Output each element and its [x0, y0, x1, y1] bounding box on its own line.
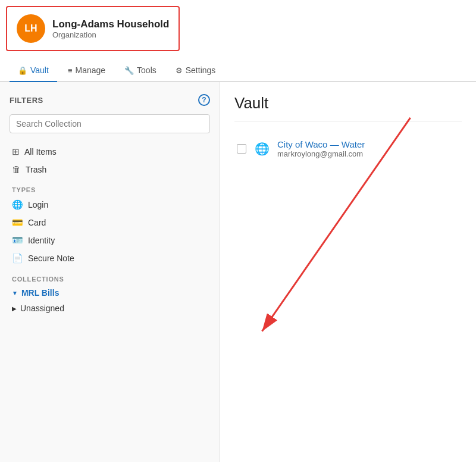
- vault-item-subtitle: markroylong@gmail.com: [277, 149, 365, 158]
- chevron-down-icon: ▼: [12, 290, 18, 296]
- all-items-label: All Items: [24, 147, 57, 157]
- identity-label: Identity: [28, 236, 55, 245]
- trash-icon: 🗑: [12, 164, 21, 174]
- filters-title: FILTERS: [10, 96, 43, 105]
- tab-vault-label: Vault: [30, 65, 49, 75]
- search-input[interactable]: [10, 114, 210, 133]
- lock-icon: 🔒: [18, 66, 27, 75]
- main-content: Vault 🌐 City of Waco — Water markroylong…: [220, 82, 476, 462]
- org-name: Long-Adams Household: [52, 18, 169, 30]
- vault-item: 🌐 City of Waco — Water markroylong@gmail…: [234, 133, 462, 164]
- tab-tools-label: Tools: [137, 65, 156, 75]
- chevron-right-icon: ▶: [12, 305, 17, 312]
- manage-icon: ≡: [68, 66, 73, 75]
- org-type: Organization: [52, 30, 169, 39]
- types-section: 🌐 Login 💳 Card 🪪 Identity 📄 Secure Note: [10, 196, 210, 267]
- tab-manage-label: Manage: [75, 65, 105, 75]
- card-icon: 💳: [12, 217, 23, 228]
- all-items-section: ⊞ All Items 🗑 Trash: [10, 143, 210, 178]
- collections-section: ▼ MRL Bills ▶ Unassigned: [10, 285, 210, 316]
- note-icon: 📄: [12, 253, 23, 264]
- grid-icon: ⊞: [12, 146, 20, 157]
- card-label: Card: [28, 218, 46, 227]
- tools-icon: 🔧: [124, 66, 134, 75]
- collection-mrl-bills[interactable]: ▼ MRL Bills: [10, 285, 210, 301]
- trash-label: Trash: [26, 165, 46, 174]
- help-icon[interactable]: ?: [198, 94, 210, 106]
- avatar: LH: [17, 14, 45, 43]
- search-input-wrap: [10, 114, 210, 133]
- tab-vault[interactable]: 🔒 Vault: [10, 60, 57, 82]
- sidebar-item-card[interactable]: 💳 Card: [10, 214, 210, 232]
- tab-settings[interactable]: ⚙ Settings: [167, 60, 224, 82]
- login-label: Login: [28, 200, 48, 209]
- collections-section-label: COLLECTIONS: [12, 276, 208, 283]
- globe-icon: 🌐: [12, 199, 23, 210]
- tab-manage[interactable]: ≡ Manage: [60, 60, 114, 82]
- sidebar-item-login[interactable]: 🌐 Login: [10, 196, 210, 214]
- tab-settings-label: Settings: [186, 65, 216, 75]
- vault-item-globe-icon: 🌐: [253, 140, 270, 157]
- types-section-label: TYPES: [12, 186, 208, 193]
- settings-icon: ⚙: [176, 66, 183, 75]
- secure-note-label: Secure Note: [28, 254, 74, 263]
- main-layout: FILTERS ? ⊞ All Items 🗑 Trash TYPES 🌐 Lo…: [0, 82, 476, 462]
- vault-item-checkbox[interactable]: [237, 144, 246, 154]
- identity-icon: 🪪: [12, 235, 23, 246]
- unassigned-label: Unassigned: [20, 304, 64, 313]
- filters-header: FILTERS ?: [10, 94, 210, 106]
- nav-tabs: 🔒 Vault ≡ Manage 🔧 Tools ⚙ Settings: [0, 60, 476, 82]
- org-header[interactable]: LH Long-Adams Household Organization: [6, 6, 180, 51]
- mrl-bills-label: MRL Bills: [21, 288, 60, 298]
- sidebar-item-trash[interactable]: 🗑 Trash: [10, 161, 210, 178]
- sidebar-item-identity[interactable]: 🪪 Identity: [10, 232, 210, 249]
- org-info: Long-Adams Household Organization: [52, 18, 169, 39]
- collection-unassigned[interactable]: ▶ Unassigned: [10, 301, 210, 316]
- tab-tools[interactable]: 🔧 Tools: [116, 60, 165, 82]
- sidebar-item-all-items[interactable]: ⊞ All Items: [10, 143, 210, 161]
- vault-item-info: City of Waco — Water markroylong@gmail.c…: [277, 139, 365, 158]
- sidebar: FILTERS ? ⊞ All Items 🗑 Trash TYPES 🌐 Lo…: [0, 82, 220, 462]
- sidebar-item-secure-note[interactable]: 📄 Secure Note: [10, 249, 210, 267]
- page-title: Vault: [234, 94, 462, 121]
- vault-item-name[interactable]: City of Waco — Water: [277, 139, 365, 149]
